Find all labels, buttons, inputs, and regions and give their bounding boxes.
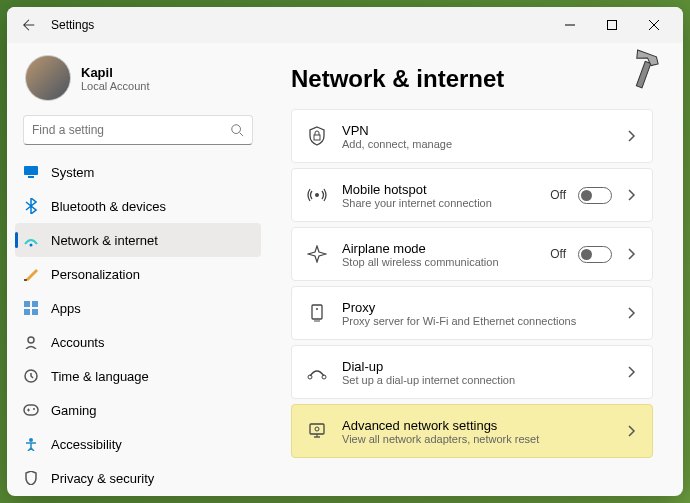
airplane-icon: [306, 245, 328, 263]
svg-rect-9: [32, 301, 38, 307]
setting-proxy[interactable]: Proxy Proxy server for Wi-Fi and Etherne…: [291, 286, 653, 340]
back-button[interactable]: [15, 11, 43, 39]
minimize-button[interactable]: [549, 10, 591, 40]
profile-section[interactable]: Kapil Local Account: [7, 47, 269, 115]
card-title: Proxy: [342, 300, 610, 315]
system-icon: [23, 164, 39, 180]
card-sub: Add, connect, manage: [342, 138, 610, 150]
sidebar-item-label: Personalization: [51, 267, 140, 282]
privacy-icon: [23, 470, 39, 486]
svg-rect-11: [32, 309, 38, 315]
setting-airplane[interactable]: Airplane mode Stop all wireless communic…: [291, 227, 653, 281]
card-title: VPN: [342, 123, 610, 138]
svg-rect-5: [28, 176, 34, 178]
network-icon: [23, 232, 39, 248]
sidebar-item-accounts[interactable]: Accounts: [15, 325, 261, 359]
chevron-right-icon: [624, 425, 638, 437]
setting-hotspot[interactable]: Mobile hotspot Share your internet conne…: [291, 168, 653, 222]
card-sub: Stop all wireless communication: [342, 256, 536, 268]
accessibility-icon: [23, 436, 39, 452]
svg-rect-8: [24, 301, 30, 307]
sidebar-item-label: Accounts: [51, 335, 104, 350]
main-content: Network & internet VPN Add, connect, man…: [269, 43, 683, 496]
airplane-toggle[interactable]: [578, 246, 612, 263]
card-sub: Proxy server for Wi-Fi and Ethernet conn…: [342, 315, 610, 327]
hotspot-toggle[interactable]: [578, 187, 612, 204]
sidebar-item-network[interactable]: Network & internet: [15, 223, 261, 257]
svg-point-21: [316, 308, 318, 310]
svg-point-16: [29, 438, 33, 442]
nav-list: SystemBluetooth & devicesNetwork & inter…: [7, 153, 269, 496]
search-input[interactable]: [32, 123, 230, 137]
chevron-right-icon: [624, 130, 638, 142]
back-arrow-icon: [22, 18, 36, 32]
sidebar: Kapil Local Account SystemBluetooth & de…: [7, 43, 269, 496]
settings-list: VPN Add, connect, manage Mobile hotspot …: [291, 109, 653, 458]
sidebar-item-label: Time & language: [51, 369, 149, 384]
svg-rect-4: [24, 166, 38, 175]
sidebar-item-label: Apps: [51, 301, 81, 316]
svg-point-6: [30, 244, 33, 247]
svg-point-27: [315, 427, 319, 431]
chevron-right-icon: [624, 189, 638, 201]
card-title: Mobile hotspot: [342, 182, 536, 197]
profile-name: Kapil: [81, 65, 150, 80]
sidebar-item-gaming[interactable]: Gaming: [15, 393, 261, 427]
chevron-right-icon: [624, 248, 638, 260]
avatar: [25, 55, 71, 101]
chevron-right-icon: [624, 307, 638, 319]
sidebar-item-label: Gaming: [51, 403, 97, 418]
svg-rect-1: [608, 21, 617, 30]
dialup-icon: [306, 364, 328, 380]
sidebar-item-apps[interactable]: Apps: [15, 291, 261, 325]
app-body: Kapil Local Account SystemBluetooth & de…: [7, 43, 683, 496]
card-sub: Share your internet connection: [342, 197, 536, 209]
svg-rect-7: [24, 279, 27, 281]
title-bar: Settings: [7, 7, 683, 43]
sidebar-item-label: Network & internet: [51, 233, 158, 248]
sidebar-item-privacy[interactable]: Privacy & security: [15, 461, 261, 495]
search-box[interactable]: [23, 115, 253, 145]
personalization-icon: [23, 266, 39, 282]
svg-rect-10: [24, 309, 30, 315]
sidebar-item-label: Privacy & security: [51, 471, 154, 486]
sidebar-item-accessibility[interactable]: Accessibility: [15, 427, 261, 461]
bluetooth-icon: [23, 198, 39, 214]
setting-advanced[interactable]: Advanced network settings View all netwo…: [291, 404, 653, 458]
svg-point-15: [33, 408, 35, 410]
card-sub: Set up a dial-up internet connection: [342, 374, 610, 386]
sidebar-item-personalization[interactable]: Personalization: [15, 257, 261, 291]
hotspot-icon: [306, 187, 328, 203]
page-title: Network & internet: [291, 65, 653, 93]
settings-window: Settings Kapil Local Account Syste: [7, 7, 683, 496]
svg-rect-19: [312, 305, 322, 319]
sidebar-item-system[interactable]: System: [15, 155, 261, 189]
setting-dialup[interactable]: Dial-up Set up a dial-up internet connec…: [291, 345, 653, 399]
advanced-icon: [306, 422, 328, 440]
svg-point-18: [315, 193, 319, 197]
sidebar-item-label: Accessibility: [51, 437, 122, 452]
toggle-state-label: Off: [550, 247, 566, 261]
vpn-icon: [306, 126, 328, 146]
card-title: Airplane mode: [342, 241, 536, 256]
close-button[interactable]: [633, 10, 675, 40]
chevron-right-icon: [624, 366, 638, 378]
accounts-icon: [23, 334, 39, 350]
svg-point-12: [28, 337, 34, 343]
setting-vpn[interactable]: VPN Add, connect, manage: [291, 109, 653, 163]
apps-icon: [23, 300, 39, 316]
maximize-button[interactable]: [591, 10, 633, 40]
sidebar-item-bluetooth[interactable]: Bluetooth & devices: [15, 189, 261, 223]
sidebar-item-label: System: [51, 165, 94, 180]
window-title: Settings: [51, 18, 549, 32]
svg-point-2: [232, 125, 241, 134]
svg-line-3: [240, 133, 244, 137]
toggle-state-label: Off: [550, 188, 566, 202]
profile-sub: Local Account: [81, 80, 150, 92]
card-title: Advanced network settings: [342, 418, 610, 433]
svg-rect-17: [314, 135, 320, 140]
proxy-icon: [306, 303, 328, 323]
sidebar-item-label: Bluetooth & devices: [51, 199, 166, 214]
sidebar-item-time[interactable]: Time & language: [15, 359, 261, 393]
time-icon: [23, 368, 39, 384]
